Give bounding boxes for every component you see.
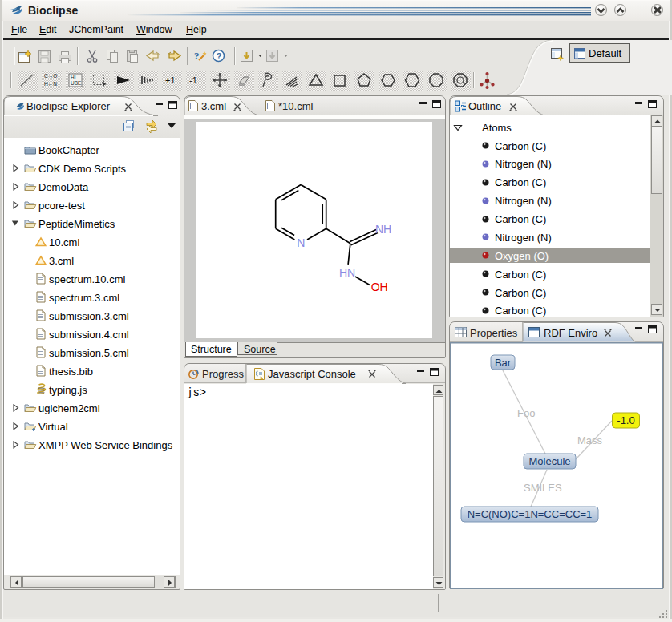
svg-text:-1: -1	[189, 75, 197, 85]
svg-text:N: N	[297, 236, 305, 249]
svg-text:?: ?	[217, 51, 222, 61]
svg-text:NH: NH	[375, 222, 391, 235]
svg-text:H←N: H←N	[44, 81, 57, 87]
svg-text:?: ?	[194, 50, 200, 62]
svg-text:Foo: Foo	[517, 407, 535, 419]
svg-text:Molecule: Molecule	[528, 455, 570, 467]
svg-text:SMILES: SMILES	[524, 482, 562, 494]
svg-text:HI: HI	[71, 75, 76, 80]
svg-text:C→O: C→O	[44, 73, 57, 79]
svg-text:HN: HN	[339, 265, 355, 278]
svg-text:OH: OH	[371, 280, 388, 293]
svg-text:UBE: UBE	[71, 80, 82, 86]
svg-text:Bar: Bar	[495, 357, 512, 369]
svg-text:Mass: Mass	[577, 434, 603, 446]
svg-text:-1.0: -1.0	[617, 414, 634, 426]
svg-text:N=C(NO)C=1N=CC=CC=1: N=C(NO)C=1N=CC=CC=1	[468, 508, 593, 520]
svg-text:+1: +1	[165, 75, 176, 85]
